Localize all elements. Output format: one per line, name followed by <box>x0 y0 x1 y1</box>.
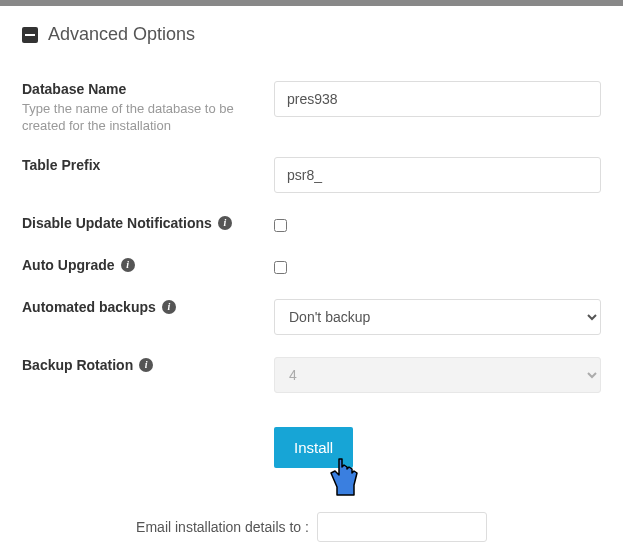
checkbox-disable-notifications[interactable] <box>274 219 287 232</box>
section-header[interactable]: Advanced Options <box>22 24 601 45</box>
label-disable-notifications-text: Disable Update Notifications <box>22 215 212 231</box>
select-backup-rotation: 4 <box>274 357 601 393</box>
label-automated-backups: Automated backups i <box>22 299 264 315</box>
row-backup-rotation: Backup Rotation i 4 <box>22 357 601 393</box>
label-automated-backups-text: Automated backups <box>22 299 156 315</box>
label-database-name: Database Name <box>22 81 264 97</box>
section-title: Advanced Options <box>48 24 195 45</box>
info-icon[interactable]: i <box>121 258 135 272</box>
input-email-details[interactable] <box>317 512 487 542</box>
label-backup-rotation: Backup Rotation i <box>22 357 264 373</box>
row-automated-backups: Automated backups i Don't backup <box>22 299 601 335</box>
checkbox-auto-upgrade[interactable] <box>274 261 287 274</box>
email-row: Email installation details to : <box>22 512 601 542</box>
collapse-icon[interactable] <box>22 27 38 43</box>
form-container: Advanced Options Database Name Type the … <box>0 6 623 559</box>
select-automated-backups[interactable]: Don't backup <box>274 299 601 335</box>
input-database-name[interactable] <box>274 81 601 117</box>
info-icon[interactable]: i <box>218 216 232 230</box>
info-icon[interactable]: i <box>139 358 153 372</box>
label-disable-notifications: Disable Update Notifications i <box>22 215 264 231</box>
install-area: Install <box>22 427 601 468</box>
label-backup-rotation-text: Backup Rotation <box>22 357 133 373</box>
input-table-prefix[interactable] <box>274 157 601 193</box>
label-table-prefix: Table Prefix <box>22 157 264 173</box>
label-email-details: Email installation details to : <box>136 519 309 535</box>
row-auto-upgrade: Auto Upgrade i <box>22 257 601 277</box>
label-auto-upgrade: Auto Upgrade i <box>22 257 264 273</box>
row-disable-notifications: Disable Update Notifications i <box>22 215 601 235</box>
row-database-name: Database Name Type the name of the datab… <box>22 81 601 135</box>
info-icon[interactable]: i <box>162 300 176 314</box>
label-auto-upgrade-text: Auto Upgrade <box>22 257 115 273</box>
hint-database-name: Type the name of the database to be crea… <box>22 101 264 135</box>
row-table-prefix: Table Prefix <box>22 157 601 193</box>
install-button[interactable]: Install <box>274 427 353 468</box>
